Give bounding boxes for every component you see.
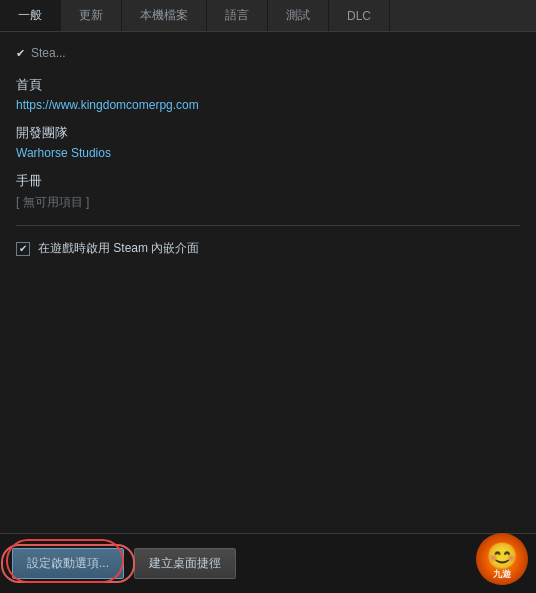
desktop-shortcut-button[interactable]: 建立桌面捷徑: [134, 548, 236, 579]
launch-options-button[interactable]: 設定啟動選項...: [12, 548, 124, 579]
watermark-label: 九遊: [476, 568, 528, 581]
manual-label: 手冊: [16, 172, 520, 190]
game-item-label: Stea...: [31, 46, 66, 60]
steam-overlay-checkbox[interactable]: ✔: [16, 242, 30, 256]
divider: [16, 225, 520, 226]
steam-overlay-checkbox-row[interactable]: ✔ 在遊戲時啟用 Steam 內嵌介面: [16, 240, 520, 257]
tab-general[interactable]: 一般: [0, 0, 61, 31]
game-item[interactable]: ✔ Stea...: [16, 42, 520, 64]
homepage-label: 首頁: [16, 76, 520, 94]
tab-dlc[interactable]: DLC: [329, 0, 390, 31]
tab-local-files[interactable]: 本機檔案: [122, 0, 207, 31]
watermark: 😊 九遊: [476, 533, 528, 585]
tab-update[interactable]: 更新: [61, 0, 122, 31]
developer-label: 開發團隊: [16, 124, 520, 142]
tab-language[interactable]: 語言: [207, 0, 268, 31]
manual-disabled: [ 無可用項目 ]: [16, 194, 520, 211]
homepage-link[interactable]: https://www.kingdomcomerpg.com: [16, 98, 520, 112]
tab-test[interactable]: 測試: [268, 0, 329, 31]
developer-value[interactable]: Warhorse Studios: [16, 146, 520, 160]
bottom-bar: 設定啟動選項... 建立桌面捷徑: [0, 533, 536, 593]
tab-bar: 一般 更新 本機檔案 語言 測試 DLC: [0, 0, 536, 32]
watermark-emoji: 😊: [486, 541, 518, 572]
steam-overlay-label: 在遊戲時啟用 Steam 內嵌介面: [38, 240, 199, 257]
game-check-icon: ✔: [16, 47, 25, 60]
